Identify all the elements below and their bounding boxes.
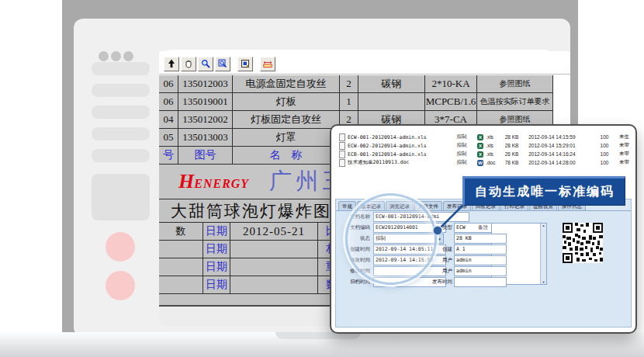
file-type-icon: X bbox=[477, 143, 483, 149]
file-size: 26 KB bbox=[505, 151, 527, 157]
henergy-logo: HENERGY bbox=[178, 170, 249, 193]
cell-name: 灯罩 bbox=[233, 129, 340, 147]
file-name: ECB-001-20120914-admin.xls bbox=[348, 151, 455, 158]
cell-left bbox=[159, 276, 203, 294]
cell-name: 电源盒固定自攻丝 bbox=[233, 75, 340, 93]
file-ext: .xls bbox=[486, 151, 503, 157]
scroll-up-icon[interactable]: ▲ bbox=[542, 224, 545, 227]
pan-hand-icon[interactable] bbox=[181, 57, 196, 71]
remark-scrollbar[interactable]: ▲▼ bbox=[540, 224, 546, 284]
cell-date-label: 日期 bbox=[203, 276, 230, 294]
file-ext: .xls bbox=[486, 134, 503, 140]
file-datetime: 2012-09-14 14:15:59 bbox=[528, 134, 591, 140]
sidebar-avatar-circle bbox=[106, 271, 135, 300]
file-row[interactable]: ECW-002-20120914-admin.xls 拟制 X .xls 28 … bbox=[339, 141, 629, 150]
window-control-dot bbox=[111, 51, 121, 61]
cell-material bbox=[358, 93, 425, 111]
toolbar-divider bbox=[159, 74, 570, 75]
window-control-dot bbox=[99, 51, 109, 61]
document-icon bbox=[339, 159, 345, 167]
sidebar-placeholder bbox=[92, 106, 150, 119]
cell-qty: 1 bbox=[340, 93, 358, 111]
publish-label: 发布时间 bbox=[428, 277, 452, 286]
callout-banner: 自动生成唯一标准编码 bbox=[462, 176, 625, 206]
header-code: 图号 bbox=[178, 147, 233, 165]
header-no: 号 bbox=[159, 147, 178, 165]
marketing-screenshot: 06 135012003 电源盒固定自攻丝 2 碳钢 2*10-KA 参照图纸 … bbox=[0, 0, 644, 357]
file-number: 100 bbox=[594, 151, 609, 157]
magnifier-circle bbox=[345, 193, 437, 285]
layout-icon[interactable] bbox=[237, 57, 253, 71]
cell-name: 灯板固定自攻丝 bbox=[233, 111, 340, 129]
sidebar-avatar-circle bbox=[106, 232, 135, 262]
cell-date-label: 日期 bbox=[203, 241, 230, 258]
cell-code: 135012003 bbox=[178, 75, 233, 93]
cell-material: 碳钢 bbox=[358, 75, 425, 93]
file-type-icon: X bbox=[477, 134, 483, 140]
zoom-icon[interactable] bbox=[198, 57, 213, 71]
cell-date-value bbox=[230, 241, 318, 258]
cell-left bbox=[159, 258, 203, 276]
toolbar-separator bbox=[232, 57, 236, 71]
user2-field[interactable]: admin bbox=[454, 266, 507, 276]
cell-date-value bbox=[230, 276, 318, 294]
remark-label: 备注 bbox=[473, 223, 488, 231]
file-datetime: 2012-09-14 14:16:24 bbox=[528, 151, 591, 157]
file-number: 100 bbox=[594, 160, 609, 165]
file-list: ECW-001-20120914-admin.xls 拟制 X .xls 28 … bbox=[339, 133, 629, 167]
file-name: 技术通知单20110913.doc bbox=[348, 159, 455, 166]
file-type-icon: W bbox=[477, 160, 483, 166]
drawing-title: 大甜筒球泡灯爆炸图 bbox=[171, 200, 331, 222]
table-row: 06 135019001 灯板 1 MCPCB/1.6 色温按实际订单要求 bbox=[159, 93, 553, 111]
scroll-down-icon[interactable]: ▼ bbox=[542, 280, 545, 284]
cell-no: 04 bbox=[159, 111, 178, 129]
file-row[interactable]: 技术通知单20110913.doc 拟制 W .doc 78 KB 2012-0… bbox=[339, 158, 629, 167]
cell-qty: 2 bbox=[340, 75, 358, 93]
toolbar-separator bbox=[254, 57, 258, 71]
cell-date-value bbox=[230, 258, 318, 276]
file-status: 拟制 bbox=[457, 133, 476, 140]
sidebar-placeholder bbox=[92, 62, 150, 75]
cell-no: 06 bbox=[159, 75, 178, 93]
sidebar-placeholder bbox=[92, 84, 150, 97]
qr-code bbox=[563, 223, 603, 263]
select-tool-icon[interactable] bbox=[164, 57, 179, 71]
file-row[interactable]: ECW-001-20120914-admin.xls 拟制 X .xls 28 … bbox=[339, 133, 629, 141]
sidebar-placeholder bbox=[92, 127, 150, 140]
file-size: 28 KB bbox=[505, 134, 527, 140]
window-control-dot bbox=[123, 51, 133, 61]
publish-field[interactable] bbox=[454, 277, 507, 287]
cell-remark: 参照图纸 bbox=[477, 75, 553, 93]
cell-code: 135019001 bbox=[178, 93, 233, 111]
file-status: 拟制 bbox=[457, 159, 476, 166]
file-status: 拟制 bbox=[457, 151, 476, 158]
cell-remark: 色温按实际订单要求 bbox=[477, 93, 553, 111]
file-size: 28 KB bbox=[505, 143, 527, 148]
cell-date-label: 日期 bbox=[203, 223, 230, 241]
file-number: 100 bbox=[594, 134, 609, 140]
file-flag: 未生 bbox=[611, 133, 629, 140]
document-icon bbox=[339, 133, 345, 141]
sidebar-placeholder bbox=[92, 149, 150, 162]
cell-left: 数 bbox=[159, 223, 203, 241]
file-row[interactable]: ECB-001-20120914-admin.xls 拟制 X .xls 26 … bbox=[339, 150, 629, 158]
cell-no: 06 bbox=[159, 93, 178, 111]
document-icon bbox=[339, 151, 345, 158]
file-name: ECW-001-20120914-admin.xls bbox=[348, 134, 455, 140]
creator-field[interactable]: A 1 bbox=[454, 244, 507, 255]
cell-date-label: 日期 bbox=[203, 258, 230, 276]
size-field[interactable]: 28 KB bbox=[454, 234, 507, 244]
user1-field[interactable]: admin bbox=[454, 255, 507, 265]
cell-spec: 2*10-KA bbox=[425, 75, 477, 93]
user2-label: 用户 bbox=[432, 266, 452, 275]
table-row: 06 135012003 电源盒固定自攻丝 2 碳钢 2*10-KA 参照图纸 bbox=[159, 75, 553, 93]
zoom-window-icon[interactable] bbox=[215, 57, 230, 71]
measure-icon[interactable] bbox=[260, 57, 275, 71]
file-flag: 未审 bbox=[611, 151, 629, 158]
file-name: ECW-002-20120914-admin.xls bbox=[348, 143, 455, 149]
file-status: 拟制 bbox=[457, 142, 476, 149]
file-type-icon: X bbox=[477, 151, 483, 158]
file-number: 100 bbox=[594, 143, 609, 148]
cell-date-value: 2012-05-21 bbox=[230, 223, 318, 241]
file-datetime: 2012-09-14 14:28:00 bbox=[528, 160, 591, 165]
